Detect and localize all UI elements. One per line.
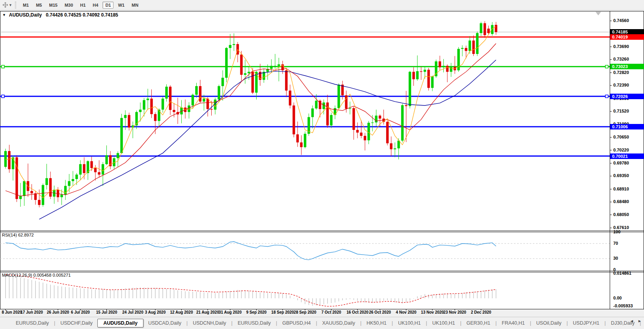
ohlc-low: 0.74092 <box>83 12 100 18</box>
chart-tab-hk50-h1[interactable]: HK50,H1 <box>362 319 391 327</box>
macd-histogram-bar <box>409 298 410 301</box>
macd-histogram-bar <box>428 294 429 298</box>
date-tick-label: 21 Aug 2020 <box>196 310 219 314</box>
candle-body <box>19 196 22 199</box>
candle-body <box>390 143 392 149</box>
macd-histogram-bar <box>252 291 253 298</box>
candle-body <box>60 194 63 197</box>
chart-tab-china300-h1[interactable]: CHINA300,H1 <box>641 319 644 327</box>
macd-histogram-bar <box>241 290 242 298</box>
candle-body <box>450 67 452 72</box>
candle-body <box>469 41 471 51</box>
chart-tab-usdcad-daily[interactable]: USDCAD,Daily <box>143 319 186 327</box>
candle-body <box>465 48 467 51</box>
macd-histogram-bar <box>215 293 216 298</box>
macd-histogram-bar <box>80 288 81 298</box>
macd-histogram-bar <box>466 292 467 298</box>
candle-body <box>158 110 160 121</box>
chart-tab-usdchf-daily[interactable]: USDCHF,Daily <box>56 319 97 327</box>
macd-histogram-bar <box>249 291 249 298</box>
candle-body <box>233 44 235 45</box>
candle-body <box>68 181 70 186</box>
chart-tab-ger30-h1[interactable]: GER30,H1 <box>462 319 495 327</box>
candle-body <box>356 130 359 133</box>
macd-histogram-bar <box>114 290 115 298</box>
chart-tab-uk100-h1[interactable]: UK100,H1 <box>393 319 426 327</box>
candle-body <box>128 115 130 128</box>
macd-histogram-bar <box>9 276 10 298</box>
macd-histogram-bar <box>357 298 358 301</box>
macd-histogram-bar <box>271 293 272 298</box>
candle-body <box>225 48 227 78</box>
candle-body <box>12 157 14 169</box>
chart-tab-eurusd-daily[interactable]: EURUSD,Daily <box>11 319 54 327</box>
macd-histogram-bar <box>484 290 485 298</box>
macd-histogram-bar <box>185 291 186 298</box>
candle-body <box>83 164 85 173</box>
macd-histogram-bar <box>260 292 261 298</box>
price-tick-label: 0.74560 <box>613 18 629 23</box>
macd-histogram-bar <box>121 289 122 298</box>
price-tick-label: 0.72820 <box>613 70 629 75</box>
chart-tab-uk100-h1[interactable]: UK100,H1 <box>428 319 460 327</box>
collapse-chart-icon[interactable]: ▼ <box>2 13 6 17</box>
tab-separator: | <box>231 320 233 326</box>
macd-histogram-bar <box>140 287 141 298</box>
level-line-handle[interactable] <box>605 95 608 98</box>
price-tick-label: 0.69780 <box>613 161 629 165</box>
candle-body <box>461 48 463 49</box>
candle-body <box>352 108 355 130</box>
macd-tick-label: -0.005933 <box>613 303 633 308</box>
chart-tab-usoil-daily[interactable]: USOil,Daily <box>532 319 566 327</box>
macd-histogram-bar <box>346 298 347 300</box>
chart-tab-eurusd-daily[interactable]: EURUSD,Daily <box>233 319 275 327</box>
candle-body <box>412 72 415 79</box>
tab-separator: | <box>392 320 393 326</box>
price-chart-canvas[interactable] <box>0 0 644 329</box>
candle-body <box>195 86 197 95</box>
macd-histogram-bar <box>327 298 328 304</box>
candle-body <box>27 181 29 191</box>
date-tick-label: 6 Jul 2020 <box>71 310 90 314</box>
level-line-handle[interactable] <box>2 65 4 68</box>
candle-body <box>199 86 201 102</box>
candle-body <box>420 71 422 72</box>
macd-histogram-bar <box>144 288 145 298</box>
candle-body <box>285 70 287 91</box>
candle-body <box>34 193 37 200</box>
candle-body <box>49 178 52 197</box>
candle-body <box>4 151 7 167</box>
date-tick-label: 24 Jul 2020 <box>122 310 143 314</box>
chart-tab-audusd-daily[interactable]: AUDUSD,Daily <box>97 319 143 327</box>
level-line-handle[interactable] <box>2 95 4 98</box>
macd-histogram-bar <box>91 289 92 298</box>
tab-scroll-left-icon[interactable]: ◄ <box>630 319 634 323</box>
chart-tab-fra40-h1[interactable]: FRA40,H1 <box>497 319 529 327</box>
candle-body <box>162 99 164 110</box>
chart-tab-gbpusd-h4[interactable]: GBPUSD,H4 <box>277 319 315 327</box>
candle-body <box>311 109 314 117</box>
macd-histogram-bar <box>181 291 182 298</box>
macd-histogram-bar <box>58 286 58 298</box>
macd-histogram-bar <box>282 293 283 298</box>
chart-tab-xauusd-daily[interactable]: XAUUSD,Daily <box>318 319 360 327</box>
macd-histogram-bar <box>39 282 40 298</box>
candle-body <box>439 61 441 67</box>
candle-body <box>491 25 493 34</box>
macd-histogram-bar <box>245 290 246 298</box>
macd-histogram-bar <box>117 290 118 298</box>
tab-scroll-right-icon[interactable]: ► <box>638 319 642 323</box>
macd-histogram-bar <box>286 294 287 298</box>
candle-body <box>386 122 389 144</box>
chart-tab-usdcnh-daily[interactable]: USDCNH,Daily <box>188 319 231 327</box>
price-tick-label: 0.68480 <box>613 199 629 204</box>
macd-histogram-bar <box>226 292 227 298</box>
chart-tab-usdjpy-h1[interactable]: USDJPY,H1 <box>568 319 604 327</box>
macd-histogram-bar <box>61 286 62 298</box>
macd-histogram-bar <box>354 298 354 300</box>
candle-body <box>117 153 119 158</box>
candle-body <box>150 99 153 114</box>
macd-histogram-bar <box>335 298 335 303</box>
level-line-handle[interactable] <box>605 65 608 68</box>
tab-separator: | <box>54 320 55 326</box>
